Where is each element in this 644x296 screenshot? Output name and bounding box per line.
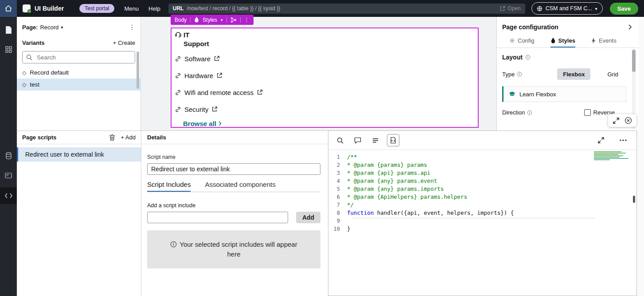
url-label: URL: [173, 5, 184, 12]
script-list-item[interactable]: Redirect user to external link: [17, 147, 141, 162]
minimap-line: [594, 151, 621, 152]
data-nav-button[interactable]: [0, 148, 17, 163]
page-menu-button[interactable]: ⋮: [129, 24, 135, 31]
create-variant-button[interactable]: + Create: [113, 39, 135, 46]
canvas-link-item[interactable]: Software: [175, 54, 263, 63]
code-line: 3* @param {api} params.api: [328, 169, 636, 177]
canvas-component-toolbar[interactable]: Body Styles ▾ ⋮: [171, 15, 254, 25]
home-button[interactable]: [0, 0, 17, 17]
editor-more-button[interactable]: [617, 134, 629, 146]
grid-option[interactable]: Grid: [607, 71, 618, 78]
search-input[interactable]: [36, 54, 131, 61]
panel-scrollbar[interactable]: [632, 50, 636, 72]
editor-code-view-button[interactable]: [387, 134, 399, 146]
expand-icon: [598, 137, 604, 143]
nav-panel-scrollbar[interactable]: [137, 51, 139, 89]
chevron-right-icon: [219, 121, 222, 126]
editor-expand-button[interactable]: [595, 134, 607, 146]
tab-styles[interactable]: Styles: [550, 37, 575, 47]
menu-button[interactable]: Menu: [124, 5, 139, 12]
editor-comment-button[interactable]: [351, 134, 364, 146]
line-number: 8: [328, 209, 340, 217]
canvas-frame[interactable]: IT Support SoftwareHardwareWifi and remo…: [171, 28, 479, 128]
body-component-label[interactable]: Body: [175, 17, 187, 23]
save-button[interactable]: Save: [610, 3, 638, 15]
editor-format-button[interactable]: [369, 134, 382, 146]
canvas-link-label: Software: [184, 55, 211, 63]
canvas-link-item[interactable]: Security: [175, 104, 263, 114]
script-name-field[interactable]: [147, 163, 320, 175]
paint-droplet-icon: [550, 38, 556, 43]
details-title: Details: [147, 134, 166, 141]
add-include-label: Add a script include: [147, 202, 320, 209]
code-area[interactable]: 1/**2* @param {params} params3* @param {…: [328, 150, 636, 296]
learn-flexbox-label: Learn Flexbox: [519, 91, 556, 98]
styles-droplet-icon: [194, 17, 199, 23]
collapse-panel-button[interactable]: [628, 24, 632, 30]
minimap-line: [594, 155, 623, 156]
code-line: 7*/: [328, 201, 636, 209]
panel-title: Page configuration: [502, 24, 558, 31]
info-icon: [517, 71, 522, 77]
minimap-line: [594, 159, 610, 160]
add-script-button[interactable]: + Add: [121, 134, 136, 141]
tab-script-includes[interactable]: Script Includes: [147, 181, 191, 192]
editor-search-button[interactable]: [334, 134, 346, 146]
close-editor-button[interactable]: [624, 117, 632, 124]
app-scope-dropdown[interactable]: CSM and FSM C... ▾: [531, 2, 603, 15]
maximize-editor-button[interactable]: [613, 118, 619, 124]
expand-icon: [613, 118, 619, 124]
variant-item[interactable]: ◇test: [17, 79, 141, 91]
flexbox-option[interactable]: Flexbox: [557, 68, 590, 80]
code-text: * @param {api} params.api: [347, 169, 430, 177]
tab-styles-label: Styles: [558, 37, 575, 44]
editor-minimap[interactable]: [594, 151, 629, 163]
close-icon: [624, 117, 632, 124]
url-bar[interactable]: URL /now/test / record / {{ table }} / {…: [168, 4, 525, 14]
variants-title: Variants: [22, 39, 45, 46]
tab-events[interactable]: Events: [591, 37, 617, 47]
editor-scrollbar[interactable]: [633, 196, 635, 203]
topbar: UI Builder Test portal Menu Help URL /no…: [0, 0, 644, 17]
add-include-button[interactable]: Add: [296, 212, 320, 223]
script-include-field[interactable]: [147, 212, 288, 223]
line-number: 1: [328, 153, 340, 161]
url-path: /now/test / record / {{ table }} / {{ sy…: [187, 5, 500, 12]
delete-script-button[interactable]: [109, 134, 115, 141]
script-editor-window-controls: [608, 114, 636, 127]
ui-builder-app: UI Builder Test portal Menu Help URL /no…: [0, 0, 644, 296]
link-icon: [175, 106, 181, 113]
tab-config[interactable]: Config: [509, 37, 535, 47]
variant-search[interactable]: [22, 51, 135, 63]
portal-badge[interactable]: Test portal: [79, 4, 114, 13]
ellipsis-icon: [620, 139, 627, 141]
chevron-down-icon: ▾: [595, 6, 597, 11]
canvas-link-item[interactable]: Hardware: [175, 71, 263, 80]
page-label: Page:: [22, 24, 38, 31]
scope-value: CSM and FSM C...: [546, 5, 592, 12]
chip-more-button[interactable]: ⋮: [244, 17, 250, 23]
chevron-down-icon: ▾: [221, 18, 223, 22]
components-nav-button[interactable]: [0, 168, 17, 183]
open-link[interactable]: Open: [500, 5, 520, 12]
pages-nav-button[interactable]: [0, 22, 17, 37]
code-text: /**: [347, 153, 357, 161]
canvas-link-item[interactable]: Wifi and remote access: [175, 87, 263, 97]
divider: [190, 17, 191, 23]
link-icon: [175, 72, 181, 79]
code-icon: [5, 193, 12, 198]
code-text: * @param {any} params.imports: [347, 185, 444, 193]
component-tree-icon[interactable]: [230, 17, 237, 23]
scripts-nav-button[interactable]: [0, 187, 17, 204]
canvas-heading-text: IT Support: [183, 31, 215, 48]
direction-label: Direction: [502, 109, 525, 116]
learn-flexbox-link[interactable]: Learn Flexbox: [502, 86, 626, 102]
styles-menu-button[interactable]: Styles: [203, 17, 217, 23]
help-button[interactable]: Help: [148, 5, 160, 12]
variant-item[interactable]: ◇Record default: [17, 67, 141, 79]
tab-associated-components[interactable]: Associated components: [205, 181, 275, 192]
page-selector[interactable]: Record: [40, 24, 59, 31]
config-tabs: Config Styles Events: [497, 31, 639, 48]
apps-nav-button[interactable]: [0, 42, 17, 57]
browse-all-link[interactable]: Browse all: [183, 120, 222, 127]
